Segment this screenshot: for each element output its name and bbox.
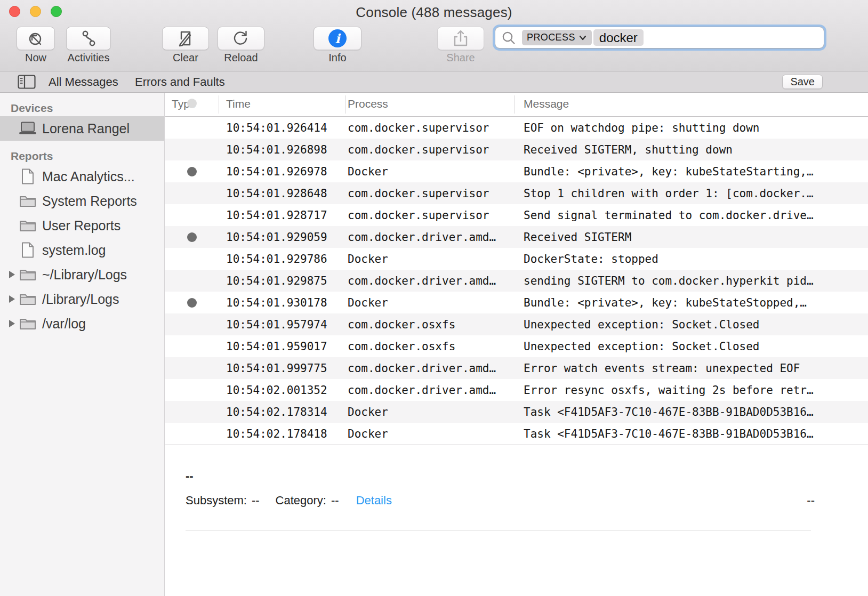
toggle-sidebar-button[interactable]: [18, 75, 36, 89]
now-button[interactable]: [17, 27, 55, 50]
log-row[interactable]: 10:54:01.926978DockerBundle: <private>, …: [165, 160, 868, 182]
search-field[interactable]: PROCESS docker: [495, 27, 824, 49]
process-cell: Docker: [348, 253, 524, 265]
folder-icon: [18, 268, 37, 281]
sidebar-item--var-log[interactable]: /var/log: [0, 311, 164, 336]
category-label: Category:: [276, 494, 326, 508]
process-cell: com.docker.supervisor: [348, 143, 524, 156]
sidebar-item-label: Mac Analytics...: [42, 169, 135, 184]
dark-type-dot-icon: [187, 232, 197, 242]
sidebar-section-header-reports: Reports: [0, 148, 164, 164]
tab-all-messages[interactable]: All Messages: [49, 75, 118, 89]
sidebar-section-header-devices: Devices: [0, 100, 164, 116]
log-row[interactable]: 10:54:02.178418DockerTask <F41D5AF3-7C10…: [165, 423, 868, 445]
log-row[interactable]: 10:54:01.926898com.docker.supervisorRece…: [165, 139, 868, 160]
process-cell: Docker: [348, 428, 524, 440]
category-value: --: [331, 494, 339, 508]
time-cell: 10:54:01.929875: [226, 275, 348, 287]
detail-right-value: --: [807, 494, 815, 508]
time-cell: 10:54:01.930178: [226, 296, 348, 309]
log-row[interactable]: 10:54:01.929059com.docker.driver.amd…Rec…: [165, 226, 868, 248]
light-type-dot-icon: [187, 99, 197, 108]
time-cell: 10:54:02.001352: [226, 384, 348, 397]
clear-button[interactable]: [162, 27, 209, 50]
sidebar-item-user-reports[interactable]: User Reports: [0, 213, 164, 238]
log-row[interactable]: 10:54:01.957974com.docker.osxfsUnexpecte…: [165, 313, 868, 335]
column-header-message[interactable]: Message: [524, 98, 569, 110]
folder-icon: [18, 194, 37, 208]
tab-errors-and-faults[interactable]: Errors and Faults: [135, 75, 225, 89]
process-cell: com.docker.driver.amd…: [348, 275, 524, 287]
type-cell: [165, 298, 226, 308]
log-row[interactable]: 10:54:01.930178DockerBundle: <private>, …: [165, 292, 868, 313]
log-row[interactable]: 10:54:01.999775com.docker.driver.amd…Err…: [165, 357, 868, 379]
log-row[interactable]: 10:54:01.929786DockerDockerState: stoppe…: [165, 248, 868, 270]
disclosure-triangle-icon[interactable]: [5, 271, 18, 278]
folder-icon: [18, 292, 37, 306]
dark-type-dot-icon: [187, 167, 197, 176]
disclosure-triangle-icon[interactable]: [5, 320, 18, 327]
sidebar-item-mac-analytics-[interactable]: Mac Analytics...: [0, 164, 164, 189]
message-cell: Error watch events stream: unexpected EO…: [524, 362, 868, 375]
search-input-value[interactable]: docker: [593, 29, 644, 46]
details-link[interactable]: Details: [356, 494, 392, 508]
column-header-type-sep-anchor-time[interactable]: Time: [226, 98, 251, 110]
activities-button-label: Activities: [66, 52, 111, 64]
detail-divider: [186, 530, 811, 530]
share-button[interactable]: [437, 27, 484, 50]
search-filter-token[interactable]: PROCESS: [522, 30, 592, 45]
log-row[interactable]: 10:54:02.178314DockerTask <F41D5AF3-7C10…: [165, 401, 868, 423]
log-row[interactable]: 10:54:01.959017com.docker.osxfsUnexpecte…: [165, 335, 868, 357]
log-table: 10:54:01.926414com.docker.supervisorEOF …: [165, 117, 868, 445]
sidebar-item-label: User Reports: [42, 218, 120, 233]
search-filter-token-label: PROCESS: [527, 32, 575, 43]
laptop-icon: [19, 122, 37, 135]
message-cell: Unexpected exception: Socket.Closed: [524, 340, 868, 353]
time-cell: 10:54:01.926898: [226, 143, 348, 156]
column-separator[interactable]: [219, 95, 219, 114]
save-button[interactable]: Save: [782, 75, 823, 89]
log-row[interactable]: 10:54:02.001352com.docker.driver.amd…Err…: [165, 379, 868, 401]
magnifier-icon: [501, 30, 517, 46]
log-row[interactable]: 10:54:01.928648com.docker.supervisorStop…: [165, 182, 868, 204]
process-cell: com.docker.driver.amd…: [348, 384, 524, 397]
document-icon: [18, 242, 37, 258]
time-cell: 10:54:01.957974: [226, 318, 348, 331]
table-header: Type Time Process Message: [165, 93, 868, 117]
log-pane: Type Time Process Message 10:54:01.92641…: [165, 93, 868, 596]
column-separator[interactable]: [345, 95, 346, 114]
activities-path-icon: [78, 28, 99, 49]
sidebar-item-lorena-rangel[interactable]: Lorena Rangel: [0, 116, 164, 141]
message-cell: Task <F41D5AF3-7C10-467E-83BB-91BAD0D53B…: [524, 406, 868, 418]
reload-button[interactable]: [218, 27, 264, 50]
sidebar-item-system-log[interactable]: system.log: [0, 238, 164, 262]
log-row[interactable]: 10:54:01.926414com.docker.supervisorEOF …: [165, 117, 868, 139]
now-button-label: Now: [17, 52, 55, 64]
sidebar-item-label: Lorena Rangel: [42, 121, 130, 136]
sidebar: DevicesLorena RangelReportsMac Analytics…: [0, 93, 165, 596]
info-button[interactable]: i: [314, 27, 361, 50]
sidebar-item-label: System Reports: [42, 194, 137, 209]
time-cell: 10:54:01.929059: [226, 231, 348, 244]
sidebar-item--library-logs[interactable]: /Library/Logs: [0, 287, 164, 311]
message-cell: Error resync osxfs, waiting 2s before re…: [524, 384, 868, 397]
process-cell: Docker: [348, 406, 524, 418]
info-button-label: Info: [314, 52, 361, 64]
share-icon: [451, 28, 471, 49]
process-cell: com.docker.driver.amd…: [348, 231, 524, 244]
log-row[interactable]: 10:54:01.928717com.docker.supervisorSend…: [165, 204, 868, 226]
process-cell: com.docker.supervisor: [348, 209, 524, 222]
disclosure-triangle-icon[interactable]: [5, 295, 18, 303]
window-title: Console (488 messages): [0, 4, 868, 21]
column-header-process[interactable]: Process: [348, 98, 388, 110]
message-cell: Unexpected exception: Socket.Closed: [524, 318, 868, 331]
process-cell: com.docker.osxfs: [348, 340, 524, 353]
folder-icon: [19, 194, 36, 208]
column-separator[interactable]: [515, 95, 515, 114]
log-row[interactable]: 10:54:01.929875com.docker.driver.amd…sen…: [165, 270, 868, 292]
activities-button[interactable]: [66, 27, 111, 50]
sidebar-item--library-logs[interactable]: ~/Library/Logs: [0, 262, 164, 287]
clear-button-label: Clear: [162, 52, 209, 64]
sidebar-item-system-reports[interactable]: System Reports: [0, 189, 164, 213]
folder-icon: [19, 292, 36, 306]
